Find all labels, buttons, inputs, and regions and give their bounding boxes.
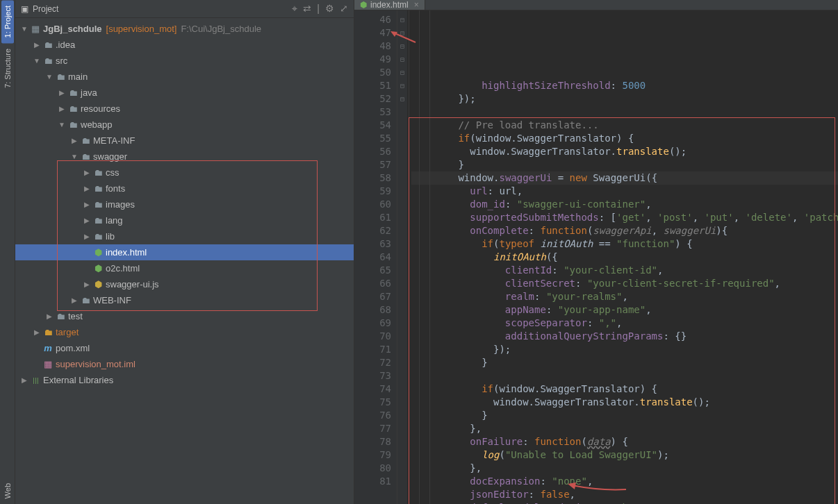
line-number-gutter: 4647484950515253545556575859606162636465… xyxy=(354,10,397,504)
code-line[interactable]: clientSecret: "your-client-secret-if-req… xyxy=(411,277,838,290)
folder-icon: 🖿 xyxy=(92,231,104,242)
code-line[interactable]: // Pre load translate... xyxy=(411,119,838,132)
collapse-all-icon[interactable]: ⇄ xyxy=(303,3,311,15)
tree-src[interactable]: ▼ 🖿 src xyxy=(15,53,354,69)
tree-root[interactable]: ▼ ▦ JgBj_schdule [supervision_mot] F:\Cu… xyxy=(15,21,354,37)
gear-icon[interactable]: ⚙ xyxy=(325,3,334,15)
code-line[interactable]: }, xyxy=(411,462,838,475)
maven-file-icon: m xyxy=(42,343,54,353)
folder-icon: 🖿 xyxy=(92,215,104,226)
folder-icon: 🖿 xyxy=(79,135,92,146)
folder-icon: 🖿 xyxy=(79,151,92,162)
code-line[interactable]: if(window.SwaggerTranslator) { xyxy=(411,132,838,145)
html-file-icon: ⬢ xyxy=(92,247,104,258)
code-line[interactable]: additionalQueryStringParams: {} xyxy=(411,330,838,343)
code-line[interactable]: onFailure: function(data) { xyxy=(411,435,838,448)
tree-external-libraries[interactable]: ▶ ⫼ External Libraries xyxy=(15,372,354,388)
code-line[interactable]: appName: "your-app-name", xyxy=(411,303,838,317)
folder-icon: 🖿 xyxy=(54,72,67,82)
tree-metainf[interactable]: ▶ 🖿 META-INF xyxy=(15,133,354,149)
code-line[interactable]: realm: "your-realms", xyxy=(411,290,838,303)
folder-icon: 🖿 xyxy=(42,327,54,337)
tree-lib[interactable]: ▶ 🖿 lib xyxy=(15,228,354,244)
html-file-icon: ⬢ xyxy=(92,263,104,274)
code-line[interactable]: initOAuth({ xyxy=(411,251,838,264)
code-lines[interactable]: highlightSizeThreshold: 5000 }); // Pre … xyxy=(407,10,838,504)
code-line[interactable]: }, xyxy=(411,422,838,435)
code-line[interactable]: defaultModelRendering: 'schema', xyxy=(411,501,838,504)
tree-test[interactable]: ▶ 🖿 test xyxy=(15,308,354,324)
js-file-icon: ⬢ xyxy=(92,279,104,289)
code-line[interactable]: window.SwaggerTranslator.translate(); xyxy=(411,145,838,158)
editor-tab-bar: ⬢ index.html × xyxy=(354,0,838,10)
tool-structure[interactable]: 7: Structure xyxy=(3,43,12,94)
code-line[interactable]: if(window.SwaggerTranslator) { xyxy=(411,383,838,396)
tree-swagger-ui-js[interactable]: ▶ ⬢ swagger-ui.js xyxy=(15,276,354,292)
close-icon[interactable]: × xyxy=(414,0,419,10)
scroll-from-source-icon[interactable]: ⌖ xyxy=(292,3,297,15)
tree-swagger[interactable]: ▼ 🖿 swagger xyxy=(15,149,354,165)
code-line[interactable]: scopeSeparator: ",", xyxy=(411,317,838,330)
code-line[interactable] xyxy=(411,106,838,119)
editor-area: ⬢ index.html × 4647484950515253545556575… xyxy=(354,0,838,504)
tree-webinf[interactable]: ▶ 🖿 WEB-INF xyxy=(15,292,354,308)
code-line[interactable]: docExpansion: "none", xyxy=(411,475,838,488)
code-line[interactable]: }); xyxy=(411,343,838,356)
project-tree[interactable]: ▼ ▦ JgBj_schdule [supervision_mot] F:\Cu… xyxy=(15,18,354,504)
code-line[interactable]: jsonEditor: false, xyxy=(411,488,838,501)
fold-gutter: ⊟⊟⊟⊟⊟⊟⊟ xyxy=(397,10,407,504)
left-tool-strip: 1: Project 7: Structure Web xyxy=(0,0,15,504)
code-line[interactable]: onComplete: function(swaggerApi, swagger… xyxy=(411,224,838,237)
folder-icon: 🖿 xyxy=(67,119,79,130)
code-line[interactable]: }); xyxy=(411,92,838,106)
code-line[interactable]: dom_id: "swagger-ui-container", xyxy=(411,198,838,211)
tree-fonts[interactable]: ▶ 🖿 fonts xyxy=(15,180,354,196)
tree-target[interactable]: ▶ 🖿 target xyxy=(15,324,354,340)
html-file-icon: ⬢ xyxy=(360,0,367,10)
code-line[interactable]: supportedSubmitMethods: ['get', 'post', … xyxy=(411,211,838,224)
code-line[interactable]: window.SwaggerTranslator.translate(); xyxy=(411,396,838,409)
code-line[interactable]: log("Unable to Load SwaggerUI"); xyxy=(411,448,838,462)
tree-webapp[interactable]: ▼ 🖿 webapp xyxy=(15,117,354,133)
iml-file-icon: ▦ xyxy=(42,359,54,369)
tree-lang[interactable]: ▶ 🖿 lang xyxy=(15,212,354,228)
code-line[interactable]: url: url, xyxy=(411,185,838,198)
folder-icon: 🖿 xyxy=(79,295,92,305)
libraries-icon: ⫼ xyxy=(29,375,42,385)
tree-java[interactable]: ▶ 🖿 java xyxy=(15,85,354,101)
code-line[interactable]: } xyxy=(411,409,838,422)
tree-css[interactable]: ▶ 🖿 css xyxy=(15,165,354,180)
code-line[interactable]: highlightSizeThreshold: 5000 xyxy=(411,79,838,92)
tool-web[interactable]: Web xyxy=(3,478,12,504)
tree-pom[interactable]: m pom.xml xyxy=(15,340,354,356)
folder-icon: 🖿 xyxy=(42,56,54,66)
tree-iml[interactable]: ▦ supervision_mot.iml xyxy=(15,356,354,372)
tab-index-html[interactable]: ⬢ index.html × xyxy=(354,0,425,10)
tree-images[interactable]: ▶ 🖿 images xyxy=(15,196,354,212)
project-panel: ▣ Project ⌖ ⇄ | ⚙ ⤢ ▼ ▦ JgBj_schdule [su… xyxy=(15,0,354,504)
project-panel-title: Project xyxy=(33,4,292,14)
code-line[interactable] xyxy=(411,369,838,383)
tree-main[interactable]: ▼ 🖿 main xyxy=(15,69,354,85)
code-line[interactable]: clientId: "your-client-id", xyxy=(411,264,838,277)
folder-icon: 🖿 xyxy=(67,87,79,98)
tool-project[interactable]: 1: Project xyxy=(1,0,14,43)
folder-icon: 🖿 xyxy=(92,199,104,210)
tab-label: index.html xyxy=(370,0,409,10)
tree-index-html[interactable]: ⬢ index.html xyxy=(15,244,354,260)
project-panel-header: ▣ Project ⌖ ⇄ | ⚙ ⤢ xyxy=(15,0,354,18)
tree-o2c-html[interactable]: ⬢ o2c.html xyxy=(15,260,354,276)
tree-resources[interactable]: ▶ 🖿 resources xyxy=(15,101,354,117)
module-icon: ▦ xyxy=(29,24,42,34)
folder-icon: 🖿 xyxy=(42,40,54,50)
code-line[interactable]: if(typeof initOAuth == "function") { xyxy=(411,237,838,251)
code-editor[interactable]: 4647484950515253545556575859606162636465… xyxy=(354,10,838,504)
folder-icon: 🖿 xyxy=(54,311,67,321)
project-view-icon: ▣ xyxy=(21,4,28,14)
tree-idea[interactable]: ▶ 🖿 .idea xyxy=(15,37,354,53)
code-line[interactable]: } xyxy=(411,158,838,171)
code-line[interactable]: } xyxy=(411,356,838,369)
hide-icon[interactable]: ⤢ xyxy=(340,3,348,15)
folder-icon: 🖿 xyxy=(92,167,104,178)
code-line[interactable]: window.swaggerUi = new SwaggerUi({ xyxy=(411,171,838,185)
